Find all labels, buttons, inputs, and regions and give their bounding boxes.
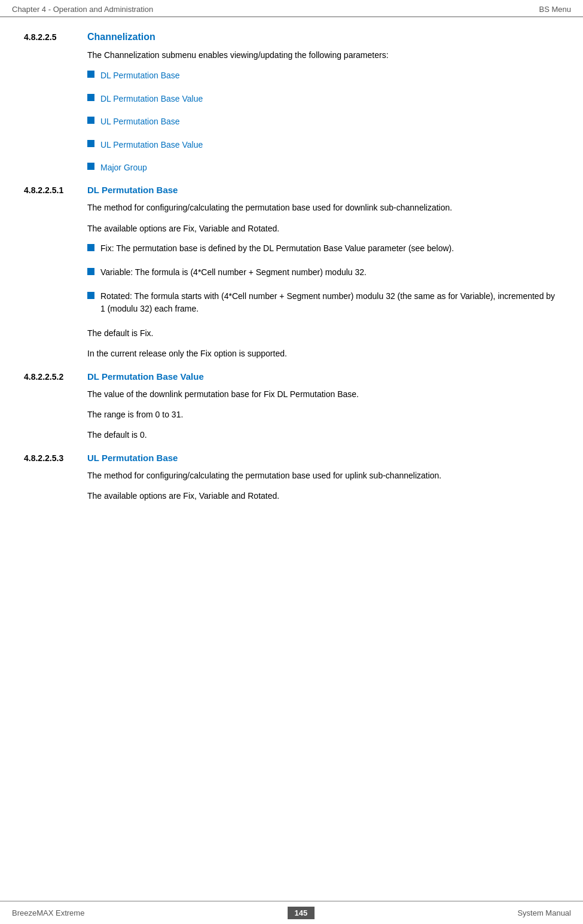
page-number: 145: [288, 907, 315, 919]
header-right: BS Menu: [539, 5, 571, 14]
sub-bullet-text: Variable: The formula is (4*Cell number …: [100, 266, 367, 279]
para-2-0: The method for configuring/calculating t…: [87, 201, 559, 214]
list-item: Fix: The permutation base is defined by …: [87, 242, 559, 255]
bullet-list-1: DL Permutation Base DL Permutation Base …: [87, 69, 559, 174]
section-number-1: 4.8.2.2.5: [24, 32, 78, 42]
sub-bullet-text: Rotated: The formula starts with (4*Cell…: [100, 290, 559, 316]
sub-bullet-icon: [87, 292, 94, 299]
para-2-after-1: In the current release only the Fix opti…: [87, 347, 559, 360]
section-body-1: The Channelization submenu enables viewi…: [87, 48, 559, 174]
bullet-text: Major Group: [100, 161, 147, 174]
section-number-2: 4.8.2.2.5.1: [24, 185, 78, 195]
page-container: Chapter 4 - Operation and Administration…: [0, 0, 583, 924]
section-title-2: DL Permutation Base: [87, 185, 178, 195]
section-number-4: 4.8.2.2.5.3: [24, 453, 78, 463]
list-item: Variable: The formula is (4*Cell number …: [87, 266, 559, 279]
section-intro-1: The Channelization submenu enables viewi…: [87, 48, 559, 62]
section-title-1: Channelization: [87, 32, 155, 42]
section-title-4: UL Permutation Base: [87, 453, 178, 463]
bullet-text: DL Permutation Base Value: [100, 92, 203, 105]
sub-bullet-icon: [87, 268, 94, 275]
section-4-8-2-2-5-2-heading: 4.8.2.2.5.2 DL Permutation Base Value: [24, 371, 559, 382]
para-3-0: The value of the downlink permutation ba…: [87, 388, 559, 401]
bullet-text: UL Permutation Base: [100, 115, 180, 128]
section-body-3: The value of the downlink permutation ba…: [87, 388, 559, 442]
sub-bullet-icon: [87, 244, 94, 251]
para-4-1: The available options are Fix, Variable …: [87, 489, 559, 502]
list-item: DL Permutation Base Value: [87, 92, 559, 105]
bullet-icon: [87, 140, 94, 147]
footer-right: System Manual: [517, 908, 571, 917]
para-2-1: The available options are Fix, Variable …: [87, 222, 559, 235]
section-4-8-2-2-5-heading: 4.8.2.2.5 Channelization: [24, 32, 559, 42]
para-2-after-0: The default is Fix.: [87, 327, 559, 340]
bullet-icon: [87, 71, 94, 78]
header-left: Chapter 4 - Operation and Administration: [12, 5, 153, 14]
sub-bullet-text: Fix: The permutation base is defined by …: [100, 242, 454, 255]
list-item: Rotated: The formula starts with (4*Cell…: [87, 290, 559, 316]
bullet-text: DL Permutation Base: [100, 69, 180, 82]
section-body-4: The method for configuring/calculating t…: [87, 469, 559, 503]
section-number-3: 4.8.2.2.5.2: [24, 372, 78, 382]
bullet-icon: [87, 163, 94, 170]
list-item: Major Group: [87, 161, 559, 174]
bullet-text: UL Permutation Base Value: [100, 138, 203, 151]
section-body-2: The method for configuring/calculating t…: [87, 201, 559, 360]
para-4-0: The method for configuring/calculating t…: [87, 469, 559, 482]
list-item: DL Permutation Base: [87, 69, 559, 82]
para-3-1: The range is from 0 to 31.: [87, 408, 559, 421]
bullet-icon: [87, 94, 94, 101]
bullet-icon: [87, 117, 94, 124]
footer: BreezeMAX Extreme 145 System Manual: [0, 901, 583, 924]
list-item: UL Permutation Base: [87, 115, 559, 128]
content-area: 4.8.2.2.5 Channelization The Channelizat…: [0, 17, 583, 901]
footer-left: BreezeMAX Extreme: [12, 908, 84, 917]
para-3-2: The default is 0.: [87, 428, 559, 441]
list-item: UL Permutation Base Value: [87, 138, 559, 151]
sub-bullet-list-2: Fix: The permutation base is defined by …: [87, 242, 559, 316]
section-4-8-2-2-5-1-heading: 4.8.2.2.5.1 DL Permutation Base: [24, 185, 559, 195]
section-4-8-2-2-5-3-heading: 4.8.2.2.5.3 UL Permutation Base: [24, 453, 559, 463]
section-title-3: DL Permutation Base Value: [87, 371, 204, 382]
